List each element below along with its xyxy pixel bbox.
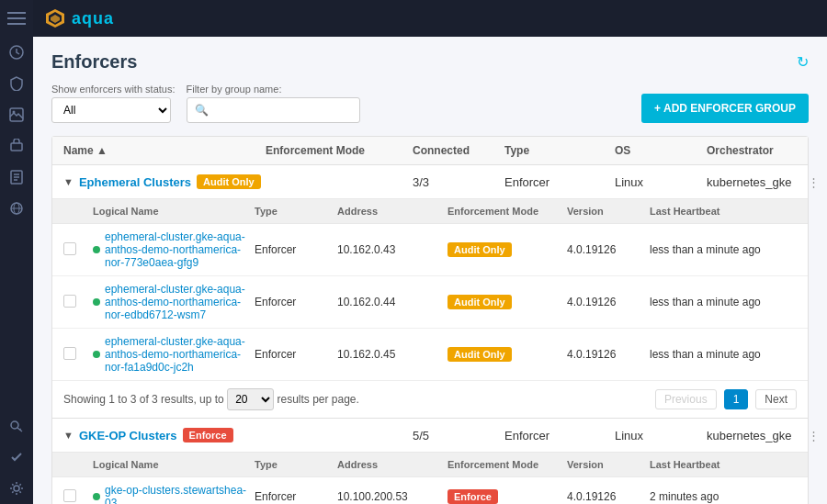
group-label-gke-op: GKE-OP Clusters	[79, 429, 177, 442]
checkbox-0-1[interactable]	[63, 295, 76, 308]
enforcer-addr-0-0: 10.162.0.43	[337, 243, 447, 256]
app-name: aqua	[72, 9, 114, 28]
enforcer-name-1-0[interactable]: gke-op-clusters.stewartshea-03	[93, 484, 255, 504]
col-actions	[774, 144, 801, 157]
status-filter-label: Show enforcers with status:	[51, 84, 176, 95]
page-1-button[interactable]: 1	[724, 389, 749, 409]
sub-table-gke-op: gke-op-clusters.stewartshea-03 Enforcer …	[52, 477, 808, 504]
group-more-icon-gke-op[interactable]: ⋮	[792, 429, 820, 442]
pagination-row-ephemeral: Showing 1 to 3 of 3 results, up to 20501…	[52, 380, 808, 418]
group-connected-gke-op: 5/5	[413, 429, 504, 442]
group-badge-ephemeral: Audit Only	[197, 174, 261, 189]
sub-col-type: Type	[255, 206, 337, 217]
checkbox-1-0[interactable]	[63, 489, 76, 502]
chevron-down-icon-2: ▼	[63, 430, 74, 441]
sub-table-ephemeral: ephemeral-cluster.gke-aqua-anthos-demo-n…	[52, 224, 808, 380]
main-content: aqua Enforcers ↻ Show enforcers with sta…	[33, 0, 827, 504]
sidebar-item-settings[interactable]	[0, 473, 33, 504]
enforcer-row-1-0: gke-op-clusters.stewartshea-03 Enforcer …	[52, 477, 808, 504]
logo-area	[0, 0, 33, 37]
enforcer-mode-0-1: Audit Only	[447, 295, 567, 309]
enforcer-heartbeat-0-0: less than a minute ago	[650, 243, 797, 256]
checkbox-0-0[interactable]	[63, 242, 76, 255]
enforcer-mode-0-2: Audit Only	[447, 347, 567, 362]
search-icon: 🔍	[195, 104, 209, 117]
sidebar-item-network[interactable]	[0, 193, 33, 224]
top-bar: aqua	[33, 0, 827, 37]
group-row-ephemeral: ▼ Ephemeral Clusters Audit Only 3/3 Enfo…	[52, 165, 808, 199]
enforcer-name-0-1[interactable]: ephemeral-cluster.gke-aqua-anthos-demo-n…	[93, 283, 255, 321]
enforcer-groups-table: Name ▲ Enforcement Mode Connected Type O…	[51, 136, 809, 504]
col-enforcement-mode: Enforcement Mode	[266, 144, 413, 157]
checkbox-0-2[interactable]	[63, 347, 76, 360]
group-name-ephemeral[interactable]: ▼ Ephemeral Clusters Audit Only	[63, 174, 266, 189]
refresh-icon[interactable]: ↻	[797, 53, 809, 71]
enforcer-row-0-2: ephemeral-cluster.gke-aqua-anthos-demo-n…	[52, 329, 808, 380]
pagination-controls: Previous 1 Next	[655, 389, 797, 409]
svg-rect-2	[7, 23, 26, 25]
group-name-gke-op[interactable]: ▼ GKE-OP Clusters Enforce	[63, 428, 266, 442]
enforcer-name-0-0[interactable]: ephemeral-cluster.gke-aqua-anthos-demo-n…	[93, 230, 255, 269]
sidebar-item-compliance[interactable]	[0, 442, 33, 473]
enforcer-type-0-0: Enforcer	[255, 243, 337, 256]
next-page-button[interactable]: Next	[755, 389, 797, 409]
sub-col-version: Version	[567, 206, 650, 217]
sidebar-item-containers[interactable]	[0, 130, 33, 162]
col-os: OS	[615, 144, 707, 157]
per-page-select[interactable]: 2050100	[227, 388, 274, 410]
enforcer-row-0-0: ephemeral-cluster.gke-aqua-anthos-demo-n…	[52, 224, 808, 276]
sub-col-logical-name-2: Logical Name	[93, 459, 255, 470]
svg-rect-1	[7, 17, 26, 19]
sub-header-gke-op: Logical Name Type Address Enforcement Mo…	[52, 453, 808, 477]
page-header: Enforcers ↻	[51, 51, 809, 73]
sub-col-check	[63, 206, 93, 217]
sidebar-item-keys[interactable]	[0, 410, 33, 442]
col-type: Type	[504, 144, 615, 157]
sub-col-heartbeat-2: Last Heartbeat	[650, 459, 797, 470]
sub-header-ephemeral: Logical Name Type Address Enforcement Mo…	[52, 199, 808, 224]
enforcer-type-0-2: Enforcer	[255, 348, 337, 361]
enforcer-addr-1-0: 10.100.200.53	[337, 490, 447, 503]
chevron-down-icon: ▼	[63, 176, 74, 187]
main-table-header: Name ▲ Enforcement Mode Connected Type O…	[52, 137, 808, 165]
sidebar-item-images[interactable]	[0, 99, 33, 130]
enforcer-mode-1-0: Enforce	[447, 489, 567, 504]
sub-col-heartbeat: Last Heartbeat	[650, 206, 797, 217]
status-dot-0-2	[93, 351, 100, 358]
app-logo: aqua	[44, 7, 114, 29]
status-filter-select[interactable]: All Connected Disconnected	[51, 97, 171, 123]
enforcer-version-0-0: 4.0.19126	[567, 243, 650, 256]
group-search-input[interactable]	[214, 104, 352, 117]
sub-col-version-2: Version	[567, 459, 650, 470]
svg-rect-0	[7, 12, 26, 14]
sub-col-check-2	[63, 459, 93, 470]
col-connected: Connected	[413, 144, 504, 157]
group-os-gke-op: Linux	[615, 429, 707, 442]
enforcer-mode-0-0: Audit Only	[447, 242, 567, 257]
group-os-ephemeral: Linux	[615, 175, 707, 189]
aqua-logo-icon	[44, 7, 66, 29]
filters-row: Show enforcers with status: All Connecte…	[51, 84, 809, 123]
status-dot-0-1	[93, 298, 100, 306]
group-filter-search: 🔍	[187, 97, 360, 123]
svg-rect-6	[11, 143, 22, 151]
page-title: Enforcers	[51, 51, 137, 73]
sidebar-item-dashboard[interactable]	[0, 37, 33, 68]
group-filter-label: Filter by group name:	[187, 84, 360, 95]
hamburger-icon[interactable]	[7, 9, 26, 28]
enforcer-name-0-2[interactable]: ephemeral-cluster.gke-aqua-anthos-demo-n…	[93, 335, 255, 374]
sub-col-type-2: Type	[255, 459, 337, 470]
col-name: Name ▲	[63, 144, 266, 157]
enforcer-row-0-1: ephemeral-cluster.gke-aqua-anthos-demo-n…	[52, 276, 808, 329]
sidebar-item-reports[interactable]	[0, 162, 33, 193]
add-enforcer-group-button[interactable]: + ADD ENFORCER GROUP	[641, 94, 809, 123]
page-content: Enforcers ↻ Show enforcers with status: …	[33, 37, 827, 504]
enforcer-version-0-2: 4.0.19126	[567, 348, 650, 361]
group-more-icon-ephemeral[interactable]: ⋮	[792, 175, 820, 189]
prev-page-button[interactable]: Previous	[655, 389, 717, 409]
group-label-ephemeral: Ephemeral Clusters	[79, 175, 191, 189]
sidebar-item-policies[interactable]	[0, 68, 33, 99]
sub-col-logical-name: Logical Name	[93, 206, 255, 217]
sub-col-address-2: Address	[337, 459, 447, 470]
group-filter-group: Filter by group name: 🔍	[187, 84, 360, 123]
